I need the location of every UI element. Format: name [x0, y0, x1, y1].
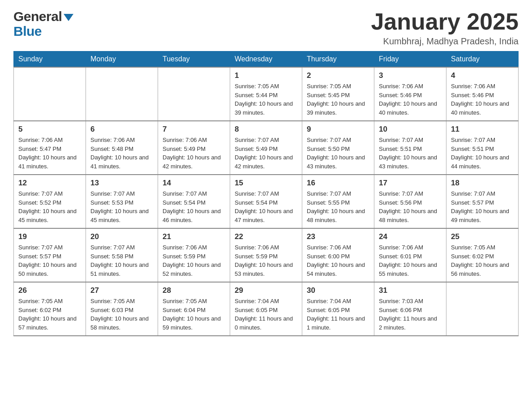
- logo-blue-text: Blue: [13, 24, 42, 39]
- day-info: Sunrise: 7:04 AM Sunset: 6:05 PM Dayligh…: [307, 297, 369, 332]
- day-info: Sunrise: 7:05 AM Sunset: 6:04 PM Dayligh…: [163, 297, 225, 332]
- day-number: 5: [18, 125, 81, 134]
- calendar-cell: 12Sunrise: 7:07 AM Sunset: 5:52 PM Dayli…: [14, 175, 86, 228]
- day-number: 15: [235, 179, 297, 188]
- logo: General Blue: [13, 9, 73, 39]
- calendar-cell: [14, 67, 86, 121]
- calendar-cell: 14Sunrise: 7:07 AM Sunset: 5:54 PM Dayli…: [158, 175, 230, 228]
- calendar-cell: 2Sunrise: 7:05 AM Sunset: 5:45 PM Daylig…: [302, 67, 374, 121]
- day-info: Sunrise: 7:07 AM Sunset: 5:49 PM Dayligh…: [235, 136, 297, 171]
- calendar-cell: 21Sunrise: 7:06 AM Sunset: 5:59 PM Dayli…: [158, 228, 230, 282]
- day-number: 28: [163, 286, 225, 295]
- day-number: 11: [451, 125, 514, 134]
- day-number: 24: [379, 232, 442, 241]
- calendar-header-friday: Friday: [374, 51, 446, 68]
- day-number: 12: [18, 179, 81, 188]
- calendar-week-row: 1Sunrise: 7:05 AM Sunset: 5:44 PM Daylig…: [14, 67, 519, 121]
- day-number: 27: [90, 286, 153, 295]
- day-number: 26: [18, 286, 81, 295]
- calendar-cell: 1Sunrise: 7:05 AM Sunset: 5:44 PM Daylig…: [230, 67, 302, 121]
- day-number: 7: [163, 125, 225, 134]
- day-info: Sunrise: 7:07 AM Sunset: 5:53 PM Dayligh…: [90, 189, 153, 224]
- calendar-cell: 9Sunrise: 7:07 AM Sunset: 5:50 PM Daylig…: [302, 121, 374, 175]
- calendar-cell: 11Sunrise: 7:07 AM Sunset: 5:51 PM Dayli…: [446, 121, 519, 175]
- day-number: 18: [451, 179, 514, 188]
- calendar-cell: 15Sunrise: 7:07 AM Sunset: 5:54 PM Dayli…: [230, 175, 302, 228]
- day-number: 10: [379, 125, 442, 134]
- day-info: Sunrise: 7:03 AM Sunset: 6:06 PM Dayligh…: [379, 297, 442, 332]
- day-number: 13: [90, 179, 153, 188]
- calendar-week-row: 19Sunrise: 7:07 AM Sunset: 5:57 PM Dayli…: [14, 228, 519, 282]
- calendar-cell: 18Sunrise: 7:07 AM Sunset: 5:57 PM Dayli…: [446, 175, 519, 228]
- day-number: 16: [307, 179, 369, 188]
- day-number: 6: [90, 125, 153, 134]
- day-info: Sunrise: 7:07 AM Sunset: 5:57 PM Dayligh…: [18, 243, 81, 278]
- day-info: Sunrise: 7:06 AM Sunset: 6:00 PM Dayligh…: [307, 243, 369, 278]
- day-number: 23: [307, 232, 369, 241]
- day-info: Sunrise: 7:06 AM Sunset: 5:49 PM Dayligh…: [163, 136, 225, 171]
- calendar-cell: [446, 282, 519, 336]
- calendar-header-sunday: Sunday: [14, 51, 86, 68]
- calendar-cell: 3Sunrise: 7:06 AM Sunset: 5:46 PM Daylig…: [374, 67, 446, 121]
- day-info: Sunrise: 7:05 AM Sunset: 5:44 PM Dayligh…: [235, 82, 297, 117]
- day-number: 14: [163, 179, 225, 188]
- calendar-header-tuesday: Tuesday: [158, 51, 230, 68]
- calendar-cell: 25Sunrise: 7:05 AM Sunset: 6:02 PM Dayli…: [446, 228, 519, 282]
- calendar-header-thursday: Thursday: [302, 51, 374, 68]
- day-info: Sunrise: 7:06 AM Sunset: 5:46 PM Dayligh…: [379, 82, 442, 117]
- calendar-cell: 31Sunrise: 7:03 AM Sunset: 6:06 PM Dayli…: [374, 282, 446, 336]
- day-number: 21: [163, 232, 225, 241]
- location-title: Kumbhraj, Madhya Pradesh, India: [371, 36, 519, 47]
- day-info: Sunrise: 7:05 AM Sunset: 6:03 PM Dayligh…: [90, 297, 153, 332]
- calendar-week-row: 5Sunrise: 7:06 AM Sunset: 5:47 PM Daylig…: [14, 121, 519, 175]
- day-number: 31: [379, 286, 442, 295]
- logo-triangle-icon: [64, 14, 73, 21]
- day-number: 30: [307, 286, 369, 295]
- calendar-table: SundayMondayTuesdayWednesdayThursdayFrid…: [13, 51, 519, 336]
- calendar-header-wednesday: Wednesday: [230, 51, 302, 68]
- calendar-cell: [86, 67, 158, 121]
- day-number: 2: [307, 71, 369, 80]
- day-info: Sunrise: 7:06 AM Sunset: 5:59 PM Dayligh…: [163, 243, 225, 278]
- day-info: Sunrise: 7:07 AM Sunset: 5:51 PM Dayligh…: [379, 136, 442, 171]
- day-info: Sunrise: 7:06 AM Sunset: 5:59 PM Dayligh…: [235, 243, 297, 278]
- day-number: 8: [235, 125, 297, 134]
- calendar-cell: 17Sunrise: 7:07 AM Sunset: 5:56 PM Dayli…: [374, 175, 446, 228]
- day-info: Sunrise: 7:07 AM Sunset: 5:54 PM Dayligh…: [235, 189, 297, 224]
- calendar-header-monday: Monday: [86, 51, 158, 68]
- calendar-header-row: SundayMondayTuesdayWednesdayThursdayFrid…: [14, 51, 519, 68]
- calendar-cell: 23Sunrise: 7:06 AM Sunset: 6:00 PM Dayli…: [302, 228, 374, 282]
- day-info: Sunrise: 7:07 AM Sunset: 5:56 PM Dayligh…: [379, 189, 442, 224]
- calendar-cell: 20Sunrise: 7:07 AM Sunset: 5:58 PM Dayli…: [86, 228, 158, 282]
- calendar-cell: 19Sunrise: 7:07 AM Sunset: 5:57 PM Dayli…: [14, 228, 86, 282]
- day-number: 25: [451, 232, 514, 241]
- calendar-cell: [158, 67, 230, 121]
- calendar-cell: 16Sunrise: 7:07 AM Sunset: 5:55 PM Dayli…: [302, 175, 374, 228]
- day-number: 19: [18, 232, 81, 241]
- day-info: Sunrise: 7:07 AM Sunset: 5:51 PM Dayligh…: [451, 136, 514, 171]
- calendar-cell: 4Sunrise: 7:06 AM Sunset: 5:46 PM Daylig…: [446, 67, 519, 121]
- day-number: 9: [307, 125, 369, 134]
- day-info: Sunrise: 7:06 AM Sunset: 5:48 PM Dayligh…: [90, 136, 153, 171]
- day-number: 29: [235, 286, 297, 295]
- calendar-week-row: 26Sunrise: 7:05 AM Sunset: 6:02 PM Dayli…: [14, 282, 519, 336]
- day-info: Sunrise: 7:07 AM Sunset: 5:57 PM Dayligh…: [451, 189, 514, 224]
- day-number: 22: [235, 232, 297, 241]
- day-number: 17: [379, 179, 442, 188]
- calendar-cell: 24Sunrise: 7:06 AM Sunset: 6:01 PM Dayli…: [374, 228, 446, 282]
- calendar-cell: 28Sunrise: 7:05 AM Sunset: 6:04 PM Dayli…: [158, 282, 230, 336]
- calendar-cell: 29Sunrise: 7:04 AM Sunset: 6:05 PM Dayli…: [230, 282, 302, 336]
- day-info: Sunrise: 7:07 AM Sunset: 5:58 PM Dayligh…: [90, 243, 153, 278]
- day-info: Sunrise: 7:06 AM Sunset: 5:47 PM Dayligh…: [18, 136, 81, 171]
- calendar-cell: 27Sunrise: 7:05 AM Sunset: 6:03 PM Dayli…: [86, 282, 158, 336]
- day-number: 3: [379, 71, 442, 80]
- day-number: 4: [451, 71, 514, 80]
- month-title: January 2025: [371, 9, 519, 34]
- page-header: General Blue January 2025 Kumbhraj, Madh…: [13, 9, 519, 47]
- calendar-cell: 7Sunrise: 7:06 AM Sunset: 5:49 PM Daylig…: [158, 121, 230, 175]
- day-info: Sunrise: 7:07 AM Sunset: 5:55 PM Dayligh…: [307, 189, 369, 224]
- day-number: 20: [90, 232, 153, 241]
- calendar-cell: 26Sunrise: 7:05 AM Sunset: 6:02 PM Dayli…: [14, 282, 86, 336]
- calendar-cell: 8Sunrise: 7:07 AM Sunset: 5:49 PM Daylig…: [230, 121, 302, 175]
- day-info: Sunrise: 7:05 AM Sunset: 6:02 PM Dayligh…: [451, 243, 514, 278]
